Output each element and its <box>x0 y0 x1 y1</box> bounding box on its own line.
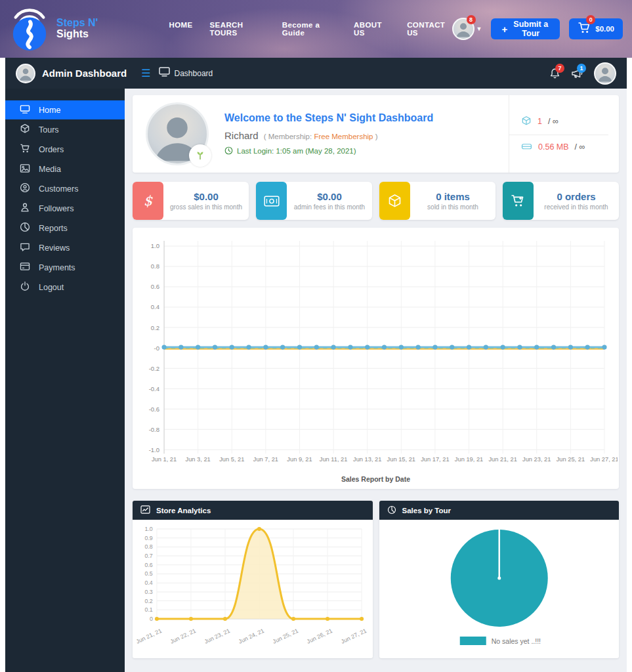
svg-text:-0.2: -0.2 <box>149 365 159 372</box>
membership-text: ( Membership: Free Membership ) <box>264 133 378 140</box>
svg-text:-0: -0 <box>154 345 159 352</box>
sidebar-item-tours[interactable]: Tours <box>5 120 125 139</box>
image-icon <box>20 163 30 175</box>
nav-item-home[interactable]: HOME <box>169 21 192 37</box>
bottom-panels: Store Analytics 1.00.90.80.70.60.50.40.3… <box>133 501 619 658</box>
storage-usage: 0.56 MB / ∞ <box>509 135 608 159</box>
dollar-icon: $ <box>133 182 163 220</box>
sidebar-item-reports[interactable]: Reports <box>5 219 125 238</box>
svg-text:0.4: 0.4 <box>151 304 159 311</box>
sidebar-item-home[interactable]: Home <box>5 100 125 119</box>
svg-text:0.1: 0.1 <box>145 606 153 613</box>
credit-card-icon <box>20 262 30 273</box>
announce-badge: 1 <box>577 64 586 73</box>
chat-icon <box>20 242 30 254</box>
stat-card-items-sold: 0 items sold in this month <box>379 182 495 220</box>
sales-by-tour-panel: Sales by Tour No sales yet ..!!! <box>379 501 620 658</box>
svg-text:0.3: 0.3 <box>145 589 153 595</box>
power-icon <box>20 281 30 293</box>
main-content: Welcome to the Steps N' Sight Dashboard … <box>125 89 627 672</box>
seller-logo-badge <box>189 144 211 167</box>
svg-text:No sales yet ..!!!: No sales yet ..!!! <box>491 637 540 645</box>
svg-text:Jun 26, 21: Jun 26, 21 <box>306 627 333 645</box>
brand-logo[interactable]: Steps N' Sights <box>9 4 137 54</box>
welcome-title: Welcome to the Steps N' Sight Dashboard <box>224 112 509 124</box>
svg-text:-0.4: -0.4 <box>149 385 159 392</box>
svg-text:Jun 27, 21: Jun 27, 21 <box>590 456 618 463</box>
user-circle-icon <box>20 182 30 195</box>
svg-text:-0.8: -0.8 <box>149 426 159 433</box>
announcements-megaphone[interactable]: 1 <box>571 68 583 79</box>
cart-icon <box>20 143 30 156</box>
svg-text:Jun 13, 21: Jun 13, 21 <box>353 456 381 463</box>
clock-icon <box>224 146 233 156</box>
sidebar-item-reviews[interactable]: Reviews <box>5 238 125 257</box>
welcome-card: Welcome to the Steps N' Sight Dashboard … <box>133 95 619 173</box>
sales-report-chart: 1.00.80.60.40.2-0-0.2-0.4-0.6-0.8-1.0Jun… <box>134 232 618 488</box>
nav-item-become-a-guide[interactable]: Become a Guide <box>282 21 337 37</box>
sidebar-item-followers[interactable]: Followers <box>5 199 125 218</box>
menu-toggle-icon[interactable]: ☰ <box>141 67 150 79</box>
cart-button[interactable]: 0 $0.00 <box>569 18 623 39</box>
svg-text:Jun 9, 21: Jun 9, 21 <box>287 456 312 463</box>
svg-text:Jun 5, 21: Jun 5, 21 <box>219 456 244 463</box>
svg-text:Jun 23, 21: Jun 23, 21 <box>522 456 551 463</box>
cube-icon <box>521 116 532 128</box>
user-menu[interactable]: 8 ▼ <box>452 18 482 40</box>
follower-icon <box>20 202 30 215</box>
nav-item-contact-us[interactable]: CONTACT US <box>407 21 452 37</box>
stat-card-gross-sales: $ $0.00 gross sales in this month <box>133 182 249 220</box>
sidebar: Home Tours Orders Media Customers Follow… <box>5 89 125 672</box>
nav-item-about-us[interactable]: ABOUT US <box>354 21 390 37</box>
cart-badge: 0 <box>586 15 595 24</box>
svg-text:Jun 21, 21: Jun 21, 21 <box>135 627 163 645</box>
user-name: Richard <box>224 130 259 141</box>
storage-icon <box>521 142 532 153</box>
last-login: Last Login: 1:05 am (May 28, 2021) <box>224 146 509 156</box>
monitor-icon <box>159 67 170 79</box>
pie-chart-icon <box>387 505 396 516</box>
svg-text:Jun 1, 21: Jun 1, 21 <box>152 456 177 463</box>
logo-text-line1: Steps N' <box>56 18 98 29</box>
svg-text:Jun 3, 21: Jun 3, 21 <box>186 456 211 463</box>
stats-row: $ $0.00 gross sales in this month $0.00 … <box>133 182 619 220</box>
admin-title: Admin Dashboard <box>42 68 127 79</box>
sales-by-tour-chart: No sales yet ..!!! <box>379 520 620 658</box>
svg-text:0.9: 0.9 <box>145 535 153 541</box>
nav-item-search-tours[interactable]: SEARCH TOURS <box>210 21 265 37</box>
stat-card-admin-fees: $0.00 admin fees in this month <box>256 182 372 220</box>
svg-text:0.8: 0.8 <box>151 262 159 270</box>
user-notification-badge: 8 <box>467 15 476 24</box>
svg-text:Jun 25, 21: Jun 25, 21 <box>272 627 299 645</box>
svg-text:1.0: 1.0 <box>151 242 159 249</box>
svg-text:Jun 23, 21: Jun 23, 21 <box>203 627 231 645</box>
sidebar-item-logout[interactable]: Logout <box>5 278 125 297</box>
svg-text:Jun 19, 21: Jun 19, 21 <box>455 456 483 463</box>
store-analytics-header: Store Analytics <box>133 501 373 520</box>
pie-chart-icon <box>20 222 30 234</box>
sidebar-item-payments[interactable]: Payments <box>5 258 125 277</box>
monitor-icon <box>20 104 30 116</box>
sidebar-item-orders[interactable]: Orders <box>5 140 125 159</box>
notifications-bell[interactable]: 7 <box>549 68 560 79</box>
profile-avatar[interactable] <box>594 62 616 85</box>
sidebar-item-customers[interactable]: Customers <box>5 179 125 198</box>
submit-tour-button[interactable]: + Submit a Tour <box>491 18 560 39</box>
store-analytics-chart: 1.00.90.80.70.60.50.40.30.20.10Jun 21, 2… <box>133 520 373 658</box>
banknote-icon <box>256 182 287 220</box>
svg-text:0.8: 0.8 <box>145 544 153 551</box>
svg-text:Jun 27, 21: Jun 27, 21 <box>340 627 368 645</box>
stat-card-orders: 0 orders received in this month <box>503 182 619 220</box>
logo-icon <box>9 4 50 54</box>
tours-usage: 1 / ∞ <box>509 109 608 135</box>
sidebar-item-media[interactable]: Media <box>5 159 125 178</box>
package-icon <box>379 182 410 220</box>
svg-text:0.2: 0.2 <box>151 324 159 331</box>
sales-by-tour-header: Sales by Tour <box>379 501 620 520</box>
svg-text:Jun 11, 21: Jun 11, 21 <box>320 456 348 463</box>
svg-text:0.5: 0.5 <box>145 571 153 578</box>
admin-avatar[interactable] <box>16 64 35 83</box>
chevron-down-icon: ▼ <box>476 26 482 32</box>
breadcrumb: Dashboard <box>175 69 213 78</box>
cart-plus-icon <box>503 182 534 220</box>
